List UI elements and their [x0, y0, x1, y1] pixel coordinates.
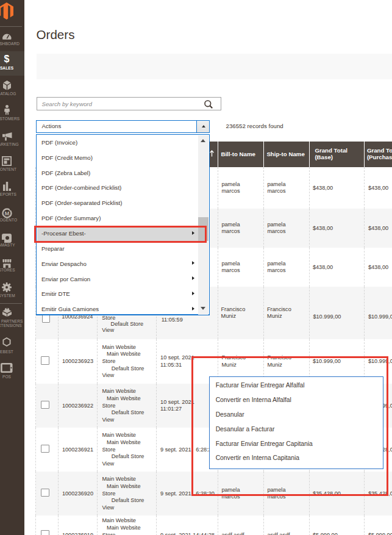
- svg-text:M: M: [4, 210, 9, 217]
